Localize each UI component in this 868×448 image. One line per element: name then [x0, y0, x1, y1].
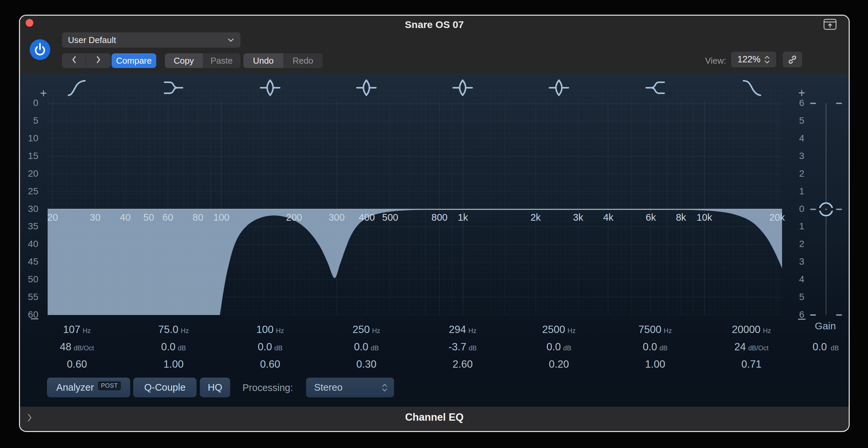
band-8-frequency[interactable]: 20000	[732, 324, 761, 335]
band-2-frequency[interactable]: 75.0	[158, 324, 178, 335]
band-6-gain[interactable]: 0.0	[547, 341, 561, 353]
freq-tick-label: 100	[214, 212, 229, 223]
master-gain-label: Gain	[805, 320, 845, 332]
band-4-frequency[interactable]: 250	[352, 324, 370, 335]
band-3-bell-icon[interactable]	[259, 78, 281, 98]
chevron-left-icon	[71, 56, 76, 64]
band-2-low-shelf-icon[interactable]	[162, 78, 185, 98]
gain-scale-label: 5	[793, 292, 811, 302]
master-gain-unit: dB	[831, 344, 839, 352]
band-8-lowpass-icon[interactable]	[740, 78, 763, 98]
band-1-readout: 107Hz48dB/Oct0.60	[30, 323, 124, 376]
band-4-gain[interactable]: 0.0	[354, 341, 368, 353]
redo-button[interactable]: Redo	[283, 53, 323, 68]
band-5-q[interactable]: 2.60	[453, 358, 473, 370]
plugin-header: Snare OS 07 User Default	[20, 16, 849, 73]
gain-scale-label: 3	[793, 256, 811, 267]
band-5-gain-unit: dB	[469, 344, 477, 352]
band-5-gain[interactable]: -3.7	[448, 341, 466, 353]
freq-tick-label: 1k	[458, 212, 468, 223]
band-4-frequency-unit: Hz	[372, 327, 380, 334]
analyzer-scale-label: 20	[20, 168, 38, 179]
analyzer-mode-badge[interactable]: POST	[98, 381, 121, 390]
band-7-gain-unit: dB	[659, 344, 668, 352]
select-chevrons-icon	[382, 383, 388, 392]
band-1-highpass-icon[interactable]	[66, 78, 88, 98]
gain-scale-label: 1	[793, 186, 811, 197]
band-2-gain[interactable]: 0.0	[161, 341, 176, 353]
band-4-bell-icon[interactable]	[355, 78, 377, 98]
band-1-gain-unit: dB/Oct	[73, 344, 94, 352]
plugin-footer: Channel EQ	[20, 407, 849, 429]
processing-label: Processing:	[243, 382, 293, 393]
band-6-bell-icon[interactable]	[548, 78, 570, 98]
preset-selector[interactable]: User Default	[62, 32, 241, 48]
view-zoom-value: 122%	[738, 54, 761, 65]
band-6-q[interactable]: 0.20	[549, 358, 569, 370]
open-in-separate-window-icon[interactable]	[824, 18, 837, 30]
band-6-frequency[interactable]: 2500	[542, 324, 565, 335]
plus-icon: +	[793, 86, 811, 100]
window-title: Snare OS 07	[20, 19, 849, 30]
gain-scale-label: 3	[793, 151, 811, 161]
next-preset-button[interactable]	[86, 53, 111, 68]
band-8-q[interactable]: 0.71	[741, 358, 762, 370]
band-3-readout: 100Hz0.0dB0.60	[223, 323, 317, 376]
band-8-frequency-unit: Hz	[763, 327, 771, 334]
hq-button[interactable]: HQ	[200, 378, 230, 397]
band-2-readout: 75.0Hz0.0dB1.00	[127, 323, 220, 376]
analyzer-scale-label: 10	[20, 133, 38, 144]
gain-scale-label: 0	[793, 204, 811, 214]
screen: Snare OS 07 User Default	[0, 0, 868, 448]
preset-nav	[62, 53, 111, 68]
master-gain-value[interactable]: 0.0	[812, 341, 827, 353]
band-4-gain-unit: dB	[371, 344, 379, 352]
freq-tick-label: 10k	[696, 212, 712, 223]
slider-tick	[836, 209, 842, 210]
freq-tick-label: 20k	[769, 212, 785, 223]
band-7-high-shelf-icon[interactable]	[644, 78, 666, 98]
plus-icon: +	[29, 86, 47, 100]
band-3-frequency[interactable]: 100	[256, 324, 274, 335]
slider-tick	[836, 314, 842, 316]
band-5-frequency[interactable]: 294	[448, 324, 466, 335]
band-5-bell-icon[interactable]	[452, 78, 474, 98]
link-button[interactable]	[783, 52, 802, 67]
gain-knob[interactable]	[817, 201, 835, 218]
band-3-q[interactable]: 0.60	[260, 358, 280, 370]
band-1-q[interactable]: 0.60	[67, 358, 87, 370]
freq-tick-label: 80	[192, 212, 203, 223]
freq-tick-label: 400	[359, 212, 375, 223]
q-couple-button[interactable]: Q-Couple	[133, 378, 196, 397]
power-button[interactable]	[30, 39, 50, 60]
band-8-gain-unit: dB/Oct	[748, 344, 768, 352]
analyzer-button[interactable]: AnalyzerPOST	[47, 378, 130, 397]
copy-button[interactable]: Copy	[165, 53, 203, 68]
power-icon	[30, 39, 50, 60]
view-label: View:	[705, 56, 726, 66]
compare-button[interactable]: Compare	[112, 53, 156, 68]
band-3-frequency-unit: Hz	[276, 327, 284, 334]
analyzer-scale-label: 40	[20, 239, 38, 249]
processing-selector[interactable]: Stereo	[306, 378, 394, 397]
paste-button[interactable]: Paste	[203, 53, 241, 68]
band-5-frequency-unit: Hz	[468, 327, 476, 334]
band-2-q[interactable]: 1.00	[163, 358, 184, 370]
band-8-gain[interactable]: 24	[735, 341, 746, 353]
band-1-frequency[interactable]: 107	[63, 324, 80, 335]
undo-redo-group: Undo Redo	[244, 53, 323, 68]
eq-curve-display[interactable]	[48, 88, 782, 315]
band-7-gain[interactable]: 0.0	[643, 341, 657, 353]
gain-scale-label: 2	[793, 168, 811, 179]
master-gain-readout[interactable]: 0.0 dB	[801, 340, 850, 354]
view-zoom-stepper[interactable]: 122%	[731, 52, 776, 67]
undo-button[interactable]: Undo	[244, 53, 283, 68]
band-4-q[interactable]: 0.30	[356, 358, 376, 370]
freq-tick-label: 30	[90, 212, 101, 223]
band-3-gain[interactable]: 0.0	[258, 341, 272, 353]
previous-preset-button[interactable]	[62, 53, 86, 68]
band-1-gain[interactable]: 48	[60, 341, 71, 353]
plugin-name: Channel EQ	[20, 411, 849, 423]
band-7-q[interactable]: 1.00	[645, 358, 665, 370]
band-7-frequency[interactable]: 7500	[639, 324, 661, 335]
